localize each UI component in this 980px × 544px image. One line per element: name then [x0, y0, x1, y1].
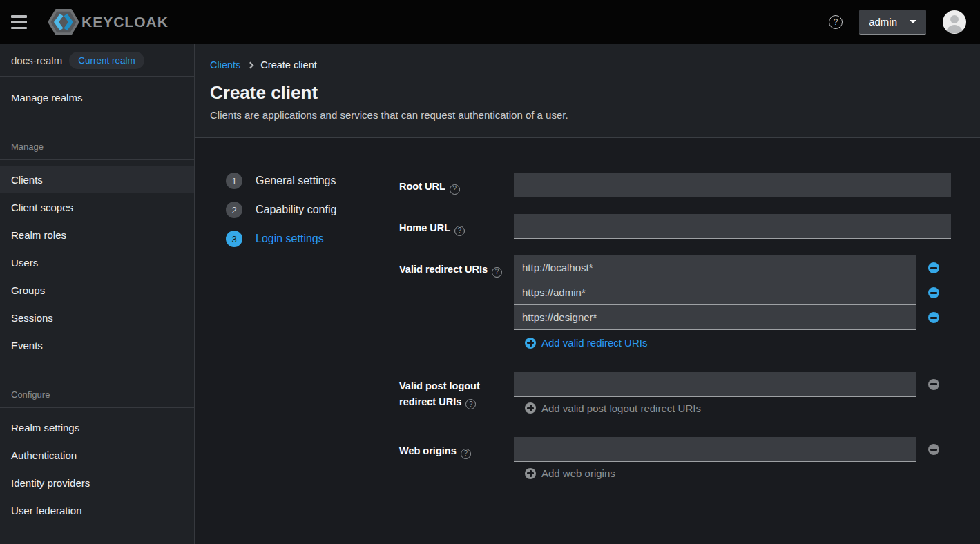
redirect-uri-input[interactable]	[514, 305, 916, 330]
login-settings-form: Root URL Home URL Valid	[381, 138, 980, 544]
sidebar: docs-realm Current realm Manage realms M…	[0, 44, 195, 544]
sidebar-item-realm-roles[interactable]: Realm roles	[0, 221, 194, 249]
realm-selector[interactable]: docs-realm Current realm	[0, 44, 194, 77]
redirect-uri-row	[514, 255, 951, 280]
sidebar-item-identity-providers[interactable]: Identity providers	[0, 469, 194, 496]
redirect-uri-row	[514, 280, 951, 305]
web-origin-row	[514, 437, 951, 462]
breadcrumb: Clients Create client	[210, 59, 963, 70]
wizard-content: 1 General settings 2 Capability config 3…	[195, 138, 980, 544]
sidebar-item-authentication[interactable]: Authentication	[0, 441, 194, 469]
sidebar-item-clients[interactable]: Clients	[0, 166, 194, 193]
field-post-logout-redirect-uris: Valid post logout redirect URIs Add vali…	[399, 372, 951, 417]
avatar[interactable]	[943, 10, 966, 34]
root-url-input[interactable]	[514, 173, 951, 197]
post-logout-uri-row	[514, 372, 951, 397]
remove-redirect-uri-icon[interactable]	[928, 287, 939, 298]
help-icon[interactable]	[829, 15, 843, 29]
topbar: KEYCLOAK admin	[0, 0, 980, 44]
post-logout-uri-input[interactable]	[514, 372, 916, 397]
sidebar-section-configure: Configure Realm settings Authentication …	[0, 389, 194, 524]
sidebar-item-groups[interactable]: Groups	[0, 276, 194, 304]
divider	[0, 407, 194, 408]
remove-redirect-uri-icon[interactable]	[928, 312, 939, 323]
plus-circle-icon	[525, 468, 536, 479]
remove-post-logout-uri-icon[interactable]	[928, 379, 939, 390]
home-url-label: Home URL	[399, 214, 514, 239]
page-header: Clients Create client Create client Clie…	[195, 44, 980, 138]
sidebar-item-user-federation[interactable]: User federation	[0, 496, 194, 524]
sidebar-item-events[interactable]: Events	[0, 331, 194, 359]
root-url-label: Root URL	[399, 173, 514, 197]
step-label: General settings	[256, 175, 336, 187]
main-area: Clients Create client Create client Clie…	[195, 44, 980, 544]
breadcrumb-clients-link[interactable]: Clients	[210, 59, 240, 70]
brand-title: KEYCLOAK	[81, 14, 169, 30]
page-title: Create client	[210, 82, 963, 104]
sidebar-section-manage: Manage Clients Client scopes Realm roles…	[0, 142, 194, 359]
question-circle-icon[interactable]	[492, 267, 502, 278]
field-home-url: Home URL	[399, 214, 951, 239]
valid-redirect-uris-label: Valid redirect URIs	[399, 255, 514, 351]
question-circle-icon[interactable]	[461, 449, 471, 459]
step-label: Login settings	[256, 233, 324, 245]
plus-circle-icon	[525, 402, 536, 414]
remove-redirect-uri-icon[interactable]	[928, 262, 939, 273]
redirect-uri-row	[514, 305, 951, 330]
sidebar-item-client-scopes[interactable]: Client scopes	[0, 193, 194, 221]
add-web-origins-button[interactable]: Add web origins	[525, 467, 615, 479]
redirect-uri-input[interactable]	[514, 255, 916, 280]
remove-web-origin-icon[interactable]	[928, 444, 939, 455]
user-menu-button[interactable]: admin	[859, 10, 926, 35]
home-url-input[interactable]	[514, 214, 951, 239]
hamburger-menu-icon[interactable]	[11, 15, 27, 29]
field-valid-redirect-uris: Valid redirect URIs	[399, 255, 951, 351]
plus-circle-icon	[525, 338, 536, 349]
page-subtitle: Clients are applications and services th…	[210, 109, 963, 121]
step-number: 1	[226, 173, 242, 189]
web-origin-input[interactable]	[514, 437, 916, 462]
question-circle-icon[interactable]	[454, 226, 465, 236]
step-number: 3	[226, 231, 242, 247]
wizard-nav: 1 General settings 2 Capability config 3…	[195, 138, 381, 544]
sidebar-item-manage-realms[interactable]: Manage realms	[0, 84, 194, 111]
sidebar-item-sessions[interactable]: Sessions	[0, 304, 194, 331]
keycloak-logo-icon	[48, 8, 79, 37]
wizard-step-general-settings[interactable]: 1 General settings	[226, 173, 336, 189]
redirect-uri-input[interactable]	[514, 280, 916, 305]
add-valid-redirect-uris-button[interactable]: Add valid redirect URIs	[525, 337, 647, 349]
topbar-actions: admin	[829, 10, 966, 35]
section-title-manage: Manage	[0, 142, 194, 153]
question-circle-icon[interactable]	[465, 399, 476, 409]
chevron-right-icon	[247, 62, 254, 69]
keycloak-brand: KEYCLOAK	[48, 8, 169, 37]
sidebar-item-users[interactable]: Users	[0, 249, 194, 276]
add-post-logout-uris-button[interactable]: Add valid post logout redirect URIs	[525, 402, 701, 414]
post-logout-redirect-uris-label: Valid post logout redirect URIs	[399, 372, 514, 417]
section-title-configure: Configure	[0, 389, 194, 400]
user-menu-label: admin	[869, 16, 897, 28]
breadcrumb-current: Create client	[260, 59, 316, 70]
divider	[0, 159, 194, 160]
field-root-url: Root URL	[399, 173, 951, 197]
chevron-down-icon	[910, 20, 916, 23]
current-realm-badge: Current realm	[69, 52, 144, 69]
wizard-step-login-settings[interactable]: 3 Login settings	[226, 231, 324, 247]
sidebar-item-realm-settings[interactable]: Realm settings	[0, 414, 194, 441]
web-origins-label: Web origins	[399, 437, 514, 482]
question-circle-icon[interactable]	[450, 184, 460, 195]
step-number: 2	[226, 202, 242, 218]
field-web-origins: Web origins Add web origins	[399, 437, 951, 482]
realm-name: docs-realm	[11, 55, 62, 66]
step-label: Capability config	[256, 204, 336, 216]
wizard-step-capability-config[interactable]: 2 Capability config	[226, 202, 336, 218]
